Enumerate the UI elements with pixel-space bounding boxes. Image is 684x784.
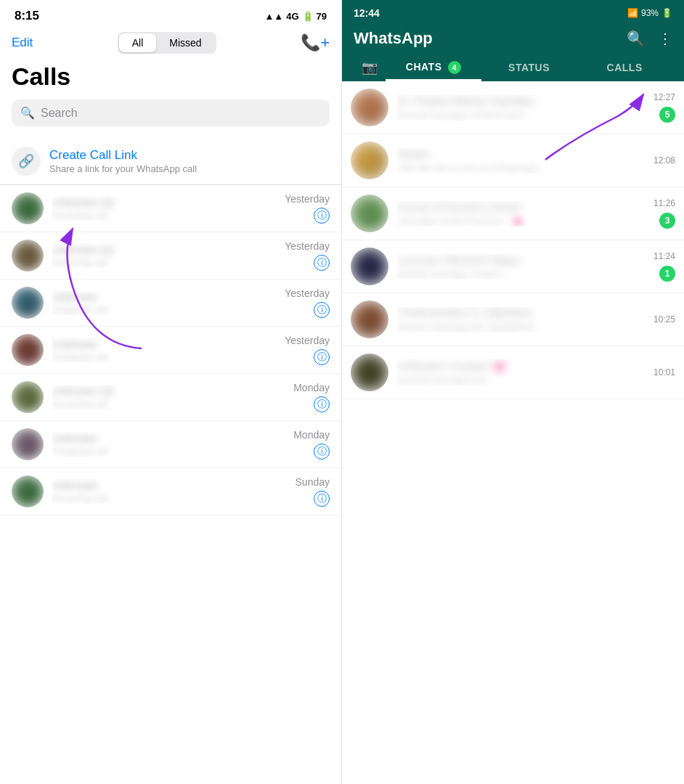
- right-status-icons: 📶 93% 🔋: [627, 8, 672, 18]
- edit-button[interactable]: Edit: [12, 36, 33, 50]
- call-link-text: Create Call Link Share a link for your W…: [49, 148, 197, 174]
- call-detail: Incoming call: [52, 399, 285, 409]
- info-icon[interactable]: ⓘ: [314, 444, 330, 460]
- chat-time: 12:27: [654, 92, 675, 102]
- call-link-icon: 🔗: [12, 147, 41, 176]
- call-avatar: [12, 192, 44, 224]
- call-right: Sunday ⓘ: [296, 476, 330, 507]
- call-name: Unknown (3): [52, 196, 276, 208]
- chats-tab[interactable]: CHATS 4: [386, 54, 481, 81]
- chat-meta: 10:01: [654, 367, 675, 377]
- chat-message: blurred message content...: [397, 269, 645, 279]
- call-right: Yesterday ⓘ: [285, 240, 330, 271]
- chat-info: Lecturer Dilrukshi Mapo blurred message …: [397, 254, 645, 279]
- right-panel: 12:44 📶 93% 🔋 WhatsApp 🔍 ⋮ 📷 CHATS 4 STA…: [342, 0, 684, 784]
- chat-item[interactable]: Group of Doctors Orean message content b…: [342, 187, 684, 240]
- left-time: 8:15: [15, 9, 39, 23]
- call-time: Yesterday: [285, 335, 330, 346]
- call-item: Unknown (2) Incoming call Yesterday ⓘ: [0, 232, 341, 279]
- chat-time: 10:25: [654, 314, 675, 324]
- camera-tab-icon[interactable]: 📷: [354, 60, 386, 75]
- info-icon[interactable]: ⓘ: [314, 491, 330, 507]
- call-link-title: Create Call Link: [49, 148, 197, 163]
- call-detail: Outgoing call: [52, 446, 285, 457]
- create-call-link[interactable]: 🔗 Create Call Link Share a link for your…: [0, 138, 341, 185]
- chat-info: Diwan Use this link to join my WhatsApp.…: [397, 148, 645, 173]
- search-icon[interactable]: 🔍: [627, 30, 645, 47]
- segment-control: All Missed: [118, 32, 216, 54]
- call-right: Yesterday ⓘ: [285, 287, 330, 318]
- call-detail: Incoming call: [52, 493, 287, 504]
- chat-meta: 10:25: [654, 314, 675, 324]
- call-name: Unknown: [52, 290, 276, 303]
- wifi-icon: 📶: [627, 8, 638, 18]
- call-right: Yesterday ⓘ: [285, 193, 330, 224]
- calls-tab[interactable]: CALLS: [577, 54, 672, 81]
- info-icon[interactable]: ⓘ: [314, 349, 330, 365]
- status-tab-label: STATUS: [508, 62, 550, 73]
- chat-avatar: [351, 195, 388, 232]
- chat-message: blurred message text...: [397, 375, 645, 385]
- info-icon[interactable]: ⓘ: [314, 396, 330, 412]
- info-icon[interactable]: ⓘ: [314, 208, 330, 224]
- chat-info: Group of Doctors Orean message content b…: [397, 201, 645, 226]
- left-header: Edit All Missed 📞+: [0, 29, 341, 60]
- missed-segment-button[interactable]: Missed: [156, 33, 214, 52]
- chat-item[interactable]: Lecturer Dilrukshi Mapo blurred message …: [342, 240, 684, 293]
- chat-message: Use this link to join my WhatsApp...: [397, 163, 645, 173]
- unread-badge: 5: [659, 107, 675, 123]
- calls-tab-label: CALLS: [607, 62, 643, 73]
- call-avatar: [12, 381, 44, 413]
- add-call-button[interactable]: 📞+: [301, 33, 330, 52]
- chats-badge: 4: [448, 61, 461, 74]
- left-panel: 8:15 ▲▲ 4G 🔋 79 Edit All Missed 📞+ Calls…: [0, 0, 342, 784]
- call-right: Yesterday ⓘ: [285, 335, 330, 365]
- call-name: Unknown (2): [52, 243, 276, 256]
- search-placeholder: Search: [41, 107, 78, 120]
- call-info: Unknown (2) Incoming call: [52, 243, 276, 268]
- chat-message: message content blurred... 🌸: [397, 216, 645, 226]
- chat-item[interactable]: Diwan Use this link to join my WhatsApp.…: [342, 134, 684, 187]
- chat-name: Diwan: [397, 148, 645, 161]
- all-segment-button[interactable]: All: [119, 33, 157, 52]
- call-item: Unknown Outgoing call Yesterday ⓘ: [0, 327, 341, 374]
- chat-meta: 12:08: [654, 155, 675, 166]
- info-icon[interactable]: ⓘ: [314, 302, 330, 318]
- chat-message: blurred message text highlighted...: [397, 322, 645, 332]
- call-right: Monday ⓘ: [293, 429, 330, 460]
- chat-time: 12:08: [654, 155, 675, 166]
- search-bar[interactable]: 🔍 Search: [12, 99, 330, 126]
- calls-title: Calls: [0, 60, 341, 99]
- more-options-icon[interactable]: ⋮: [658, 30, 672, 47]
- whatsapp-tabs: 📷 CHATS 4 STATUS CALLS: [354, 54, 672, 81]
- chat-info: Dr. Radha Mohan Nambiar blurred message …: [397, 95, 645, 121]
- chat-time: 10:01: [654, 367, 675, 377]
- chat-time: 11:24: [654, 251, 675, 261]
- whatsapp-title-row: WhatsApp 🔍 ⋮: [354, 29, 672, 48]
- chat-avatar: [351, 248, 388, 285]
- unread-badge: 3: [659, 213, 675, 229]
- search-icon: 🔍: [20, 106, 35, 120]
- left-status-icons: ▲▲ 4G 🔋 79: [264, 11, 327, 22]
- chat-meta: 11:26 3: [654, 198, 675, 229]
- chat-item[interactable]: Unknown Contact 🌸 blurred message text..…: [342, 346, 684, 399]
- chat-name: Unknown Contact 🌸: [397, 359, 645, 373]
- call-info: Unknown Outgoing call: [52, 338, 276, 362]
- chats-tab-label: CHATS: [406, 61, 442, 73]
- call-detail: Outgoing call: [52, 304, 276, 315]
- chat-info: Unknown Contact 🌸 blurred message text..…: [397, 359, 645, 385]
- call-time: Yesterday: [285, 287, 330, 299]
- chat-item[interactable]: THAKSHARU S. ABHINSI blurred message tex…: [342, 293, 684, 346]
- call-avatar: [12, 428, 44, 460]
- battery-icon: 🔋: [302, 11, 314, 22]
- battery-level: 79: [317, 11, 327, 22]
- chat-avatar: [351, 301, 388, 338]
- call-info: Unknown Incoming call: [52, 479, 287, 504]
- info-icon[interactable]: ⓘ: [314, 255, 330, 271]
- right-time: 12:44: [354, 7, 380, 19]
- status-tab[interactable]: STATUS: [481, 54, 577, 81]
- chat-time: 11:26: [654, 198, 675, 208]
- left-status-bar: 8:15 ▲▲ 4G 🔋 79: [0, 0, 341, 29]
- call-info: Unknown Outgoing call: [52, 290, 276, 315]
- chat-item[interactable]: Dr. Radha Mohan Nambiar blurred message …: [342, 81, 684, 134]
